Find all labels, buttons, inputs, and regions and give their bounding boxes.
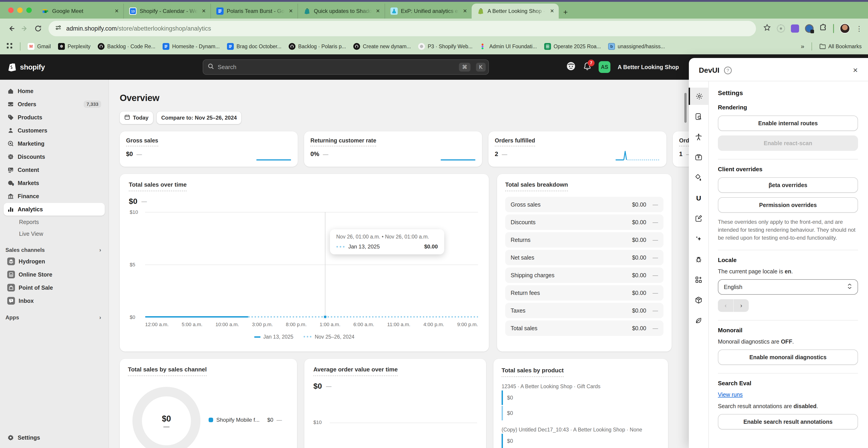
sidebar-item-markets[interactable]: $Markets [4,177,105,189]
devui-tab-packages[interactable] [689,291,709,309]
devui-tab-sustainability[interactable] [689,312,709,329]
close-tab-icon[interactable]: ✕ [288,7,294,15]
breakdown-row[interactable]: Net sales$0.00— [505,250,663,265]
bookmark-gmail[interactable]: MGmail [28,43,51,50]
sidebar-item-live-view[interactable]: Live View [4,228,105,240]
breakdown-row[interactable]: Shipping charges$0.00— [505,268,663,283]
sales-by-product-card[interactable]: Total sales by product 12345 · A Better … [493,359,668,448]
bookmark-unassigned[interactable]: bunassigned/hasiss... [608,43,665,50]
sidekick-icon[interactable] [566,61,576,73]
sidebar-item-settings[interactable]: Settings [4,431,105,444]
previous-page-button[interactable]: ‹ [718,299,733,312]
locale-select[interactable]: English [718,279,858,295]
all-bookmarks[interactable]: All Bookmarks [819,43,862,49]
sidebar-item-home[interactable]: Home [4,85,105,97]
devui-tab-releases[interactable] [689,149,709,166]
sidebar-item-discounts[interactable]: Discounts [4,150,105,163]
devui-tab-magic[interactable] [689,230,709,247]
close-tab-icon[interactable]: ✕ [375,7,381,15]
extension-icon[interactable] [791,25,799,33]
devui-tab-theming[interactable] [689,169,709,186]
reload-icon[interactable] [32,22,44,35]
bookmark-create-dynamic[interactable]: Create new dynam... [353,43,411,50]
browser-profile-avatar[interactable] [840,24,850,34]
bookmark-homesite[interactable]: Homesite - Dynam... [162,43,220,50]
bookmark-p3[interactable]: P3 · Shopify Web... [418,43,472,50]
new-tab-icon[interactable]: + [563,8,568,16]
store-avatar[interactable]: AS [599,61,611,73]
bookmark-star-icon[interactable] [763,24,771,33]
sidebar-item-orders[interactable]: Orders7,333 [4,98,105,110]
bookmark-operate-2025[interactable]: Operate 2025 Roa... [544,43,601,50]
bookmark-admin-ui[interactable]: Admin UI Foundati... [480,43,537,50]
tab-google-meet[interactable]: Google Meet ✕ [36,4,123,19]
permission-overrides-button[interactable]: Permission overrides [718,197,858,213]
enable-monorail-diagnostics-button[interactable]: Enable monorail diagnostics [718,349,858,365]
enable-search-annotations-button[interactable]: Enable search result annotations [718,414,858,429]
breakdown-row[interactable]: Discounts$0.00— [505,214,663,230]
view-runs-link[interactable]: View runs [718,391,743,398]
minimize-window-button[interactable] [17,7,23,13]
metric-returning-rate[interactable]: Returning customer rate 0%— [304,131,482,167]
breakdown-row[interactable]: Total sales$0.00— [505,320,663,336]
close-tab-icon[interactable]: ✕ [462,7,468,15]
devui-tab-editor[interactable] [689,210,709,227]
close-window-button[interactable] [8,7,13,13]
enable-react-scan-button[interactable]: Enable react-scan [718,135,858,151]
help-icon[interactable]: ? [724,67,732,74]
tab-docs[interactable]: Polaris Team Burst - Google D ✕ [210,4,298,19]
sidebar-item-content[interactable]: Content [4,164,105,176]
enable-internal-routes-button[interactable]: Enable internal routes [718,115,858,131]
sales-by-channel-card[interactable]: Total sales by sales channel $0 Shopify … [120,359,297,448]
sidebar-item-pos[interactable]: Point of Sale [4,281,105,294]
devui-tab-debug[interactable] [689,251,709,268]
close-icon[interactable]: ✕ [853,67,858,74]
compare-range-button[interactable]: Compare to: Nov 25–26, 2024 [157,111,241,124]
tab-active-shop-overview[interactable]: A Better Looking Shop · Over ✕ [472,4,559,19]
date-range-button[interactable]: Today [120,111,153,124]
sales-channels-header[interactable]: Sales channels› [5,247,101,253]
next-page-button[interactable]: › [733,299,749,312]
tab-shadows[interactable]: Quick updates to Shadows an ✕ [298,4,384,19]
forward-icon[interactable] [19,22,30,35]
tab-calendar[interactable]: 13 Shopify - Calendar - Week of ✕ [123,4,210,19]
window-controls[interactable] [6,2,36,19]
devui-tab-accessibility[interactable] [689,129,709,146]
line-chart-plot[interactable]: $10 $5 $0 Nov 26, 01:00 a.m. • Nov 26, 0… [145,212,478,317]
beta-overrides-button[interactable]: βeta overrides [718,177,858,193]
scrollbar-thumb[interactable] [684,93,687,123]
apps-grid-icon[interactable] [6,43,13,50]
sidebar-item-reports[interactable]: Reports [4,216,105,228]
tab-exp[interactable]: ExP: Unified analytics experie ✕ [384,4,472,19]
sidebar-item-marketing[interactable]: Marketing [4,137,105,150]
devui-tab-uplift[interactable]: U [689,189,709,207]
metric-orders-fulfilled[interactable]: Orders fulfilled 2— [489,131,666,167]
total-sales-chart-card[interactable]: Total sales over time $0— $10 $5 $0 No [120,174,489,351]
sidebar-item-hydrogen[interactable]: Hydrogen [4,255,105,268]
sidebar-item-analytics[interactable]: Analytics [4,203,105,216]
average-order-value-card[interactable]: Average order value over time $0— $10 $0… [304,359,486,448]
global-search-input[interactable]: Search ⌘ K [203,59,489,75]
onepassword-icon[interactable] [805,24,813,33]
extension-icon[interactable] [777,25,785,33]
sidebar-item-inbox[interactable]: Inbox [4,295,105,307]
browser-menu-icon[interactable]: ⋮ [856,25,863,33]
breakdown-row[interactable]: Returns$0.00— [505,232,663,247]
zoom-window-button[interactable] [26,7,32,13]
sidebar-item-finance[interactable]: Finance [4,190,105,203]
devui-tab-modules[interactable] [689,271,709,288]
back-icon[interactable] [5,22,17,35]
devui-tab-inspector[interactable] [689,108,709,125]
sidebar-item-products[interactable]: Products [4,111,105,124]
url-input[interactable]: admin.shopify.com/store/abetterlookingsh… [49,21,756,36]
close-tab-icon[interactable]: ✕ [549,7,555,15]
bookmark-brag-doc[interactable]: Brag doc October... [227,43,281,50]
store-name[interactable]: A Better Looking Shop [618,64,679,70]
shopify-logo[interactable]: shopify [7,54,45,80]
bookmarks-overflow-icon[interactable]: » [801,43,804,50]
bookmark-backlog-polaris[interactable]: Backlog · Polaris p... [289,43,346,50]
devui-tab-settings[interactable] [689,88,709,105]
breakdown-row[interactable]: Taxes$0.00— [505,303,663,318]
apps-header[interactable]: Apps› [5,314,101,321]
sales-breakdown-card[interactable]: Total sales breakdown Gross sales$0.00— … [497,174,672,351]
